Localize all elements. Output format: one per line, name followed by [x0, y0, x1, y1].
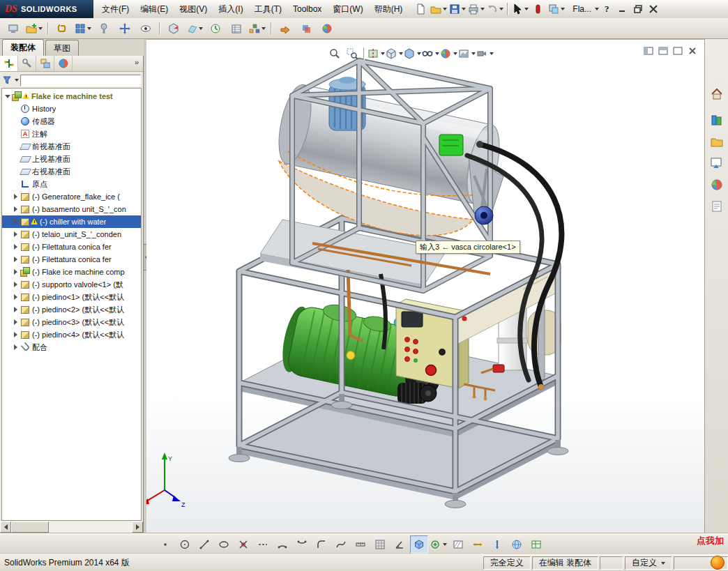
ad-overlay-text[interactable]: 点我加: [697, 535, 724, 547]
document-switcher[interactable]: Fla...: [566, 4, 593, 14]
print-button[interactable]: [467, 1, 485, 17]
exploded-view-button[interactable]: [248, 19, 267, 38]
bearing-hub[interactable]: [475, 206, 493, 224]
menu-item[interactable]: Toolbox: [287, 0, 327, 18]
viewport-split-top-button[interactable]: [657, 45, 669, 56]
undo-button[interactable]: [486, 1, 504, 17]
tab-displaymanager[interactable]: [54, 56, 73, 71]
section-view-button[interactable]: [367, 46, 385, 61]
electric-motor-component[interactable]: [397, 383, 437, 404]
expander-icon[interactable]: [13, 206, 20, 213]
filter-input[interactable]: [20, 75, 141, 86]
select-tool-button[interactable]: [511, 1, 529, 17]
hatch-tool-button[interactable]: [449, 535, 467, 554]
ruler-tool-button[interactable]: [351, 535, 370, 554]
shaded-view-button[interactable]: [410, 535, 428, 554]
circle-tool-button[interactable]: [176, 535, 194, 554]
tree-item[interactable]: 前视基准面: [2, 140, 141, 153]
tree-item[interactable]: (-) piedino<4> (默认<<默认: [2, 328, 141, 341]
arc-tool-button[interactable]: [273, 535, 291, 554]
tree-item[interactable]: 右视基准面: [2, 165, 141, 178]
tree-item[interactable]: 原点: [2, 178, 141, 190]
command-tab[interactable]: 草图: [45, 40, 79, 56]
vertical-dimension-button[interactable]: [488, 535, 506, 554]
evaluate-table-button[interactable]: [527, 535, 545, 554]
options-button[interactable]: [547, 1, 566, 17]
instant3d-button[interactable]: [275, 19, 295, 38]
help-button[interactable]: ?: [599, 3, 615, 15]
expander-icon[interactable]: [13, 306, 20, 313]
menu-item[interactable]: 文件(F): [96, 0, 135, 18]
reference-triad[interactable]: Y X Z: [146, 452, 185, 512]
solidworks-resources-button[interactable]: [707, 85, 727, 103]
tree-item[interactable]: (-) Filettatura conica fer: [2, 253, 141, 266]
hide-show-items-button[interactable]: [422, 46, 439, 61]
scroll-left-button[interactable]: [0, 521, 11, 533]
insert-components-button[interactable]: [24, 19, 44, 38]
filter-funnel-icon[interactable]: [2, 75, 12, 85]
centerline-tool-button[interactable]: [254, 535, 272, 554]
design-library-button[interactable]: [707, 111, 727, 129]
scroll-right-button[interactable]: [132, 521, 143, 533]
expander-icon[interactable]: [13, 268, 20, 275]
assembly-features-button[interactable]: [164, 19, 183, 38]
move-component-button[interactable]: [115, 19, 135, 38]
green-junction-box[interactable]: [439, 135, 463, 155]
open-document-button[interactable]: [430, 1, 448, 17]
tree-item[interactable]: (-) piedino<2> (默认<<默认: [2, 303, 141, 316]
tree-item[interactable]: (-) supporto valvole<1> (默: [2, 278, 141, 291]
mate-button[interactable]: [52, 19, 72, 38]
menu-item[interactable]: 工具(T): [249, 0, 287, 18]
expander-icon[interactable]: [13, 218, 20, 225]
expander-icon[interactable]: [13, 294, 20, 300]
smart-fasteners-button[interactable]: [94, 19, 114, 38]
spline-tool-button[interactable]: [332, 535, 350, 554]
panel-tab-overflow[interactable]: »: [135, 56, 143, 71]
tree-item[interactable]: (-) chiller with water: [2, 215, 141, 228]
apply-scene-button[interactable]: [458, 46, 476, 61]
tree-item[interactable]: (-) piedino<3> (默认<<默认: [2, 316, 141, 328]
expander-icon[interactable]: [13, 319, 20, 326]
command-tab[interactable]: 装配体: [2, 39, 44, 56]
motion-study-button[interactable]: [206, 19, 225, 38]
tree-item[interactable]: (-) telaio_unit_S_'_conden: [2, 228, 141, 241]
show-hidden-components-button[interactable]: [136, 19, 156, 38]
new-document-button[interactable]: [412, 1, 429, 17]
view-settings-button[interactable]: [476, 46, 494, 61]
viewport-close-button[interactable]: [686, 45, 699, 56]
expander-icon[interactable]: [13, 231, 20, 238]
expander-icon[interactable]: [13, 193, 20, 200]
ellipse-tool-button[interactable]: [215, 535, 233, 554]
tree-item[interactable]: History: [2, 102, 141, 115]
expander-icon[interactable]: [13, 256, 20, 263]
tree-item[interactable]: (-) piedino<1> (默认<<默认: [2, 291, 141, 303]
appearances-scenes-button[interactable]: [707, 176, 727, 194]
view-orientation-button[interactable]: [386, 46, 403, 61]
zoom-fit-button[interactable]: [326, 46, 343, 61]
trim-tool-button[interactable]: [234, 535, 252, 554]
machine-3d-model[interactable]: Y X Z: [146, 40, 704, 533]
viewport-split-left-button[interactable]: [642, 45, 655, 56]
horizontal-dimension-button[interactable]: [469, 535, 487, 554]
minimize-button[interactable]: [616, 3, 630, 15]
reference-geometry-button[interactable]: [185, 19, 204, 38]
custom-properties-button[interactable]: [707, 197, 727, 215]
tree-item[interactable]: (-) Flake ice machine comp: [2, 266, 141, 278]
view-palette-button[interactable]: [707, 154, 727, 172]
expander-icon[interactable]: [13, 331, 20, 338]
tree-item[interactable]: 传感器: [2, 115, 141, 128]
scrollbar-thumb[interactable]: [11, 521, 49, 533]
interference-detection-button[interactable]: [296, 19, 316, 38]
fillet-tool-button[interactable]: [312, 535, 331, 554]
angle-tool-button[interactable]: [390, 535, 409, 554]
tree-item[interactable]: (-) Filettatura conica fer: [2, 241, 141, 253]
tree-item[interactable]: 上视基准面: [2, 153, 141, 165]
point-tool-button[interactable]: [156, 535, 174, 554]
display-style-button[interactable]: [404, 46, 421, 61]
tree-item[interactable]: (-) Generatore_flake_ice (: [2, 190, 141, 203]
tree-item[interactable]: 配合: [2, 341, 141, 353]
edit-component-button[interactable]: [3, 19, 23, 38]
scrollbar-track[interactable]: [49, 521, 132, 533]
tangent-arc-tool-button[interactable]: [293, 535, 311, 554]
save-button[interactable]: [448, 1, 467, 17]
